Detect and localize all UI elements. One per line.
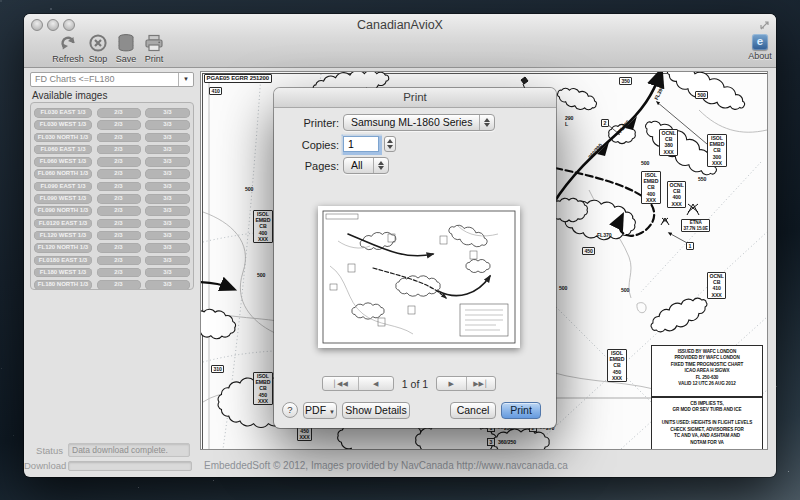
chart-image-row: FL030 NORTH 1/3 2/3 3/3 bbox=[34, 133, 190, 143]
show-details-button[interactable]: Show Details bbox=[342, 402, 410, 419]
chart-image-button[interactable]: 3/3 bbox=[145, 120, 190, 130]
star bbox=[788, 471, 789, 472]
chart-annotation: ISOL EMBD CB 300 XXX bbox=[707, 134, 727, 167]
chart-image-button[interactable]: 2/3 bbox=[97, 145, 141, 155]
star bbox=[50, 8, 52, 10]
chart-image-button[interactable]: FL090 NORTH 1/3 bbox=[34, 206, 92, 216]
copies-input[interactable]: 1 bbox=[343, 136, 379, 152]
chart-annotation: FL370 bbox=[597, 232, 612, 238]
about-button[interactable]: e About bbox=[738, 33, 782, 61]
chevron-down-icon[interactable]: ▼ bbox=[178, 73, 193, 86]
chart-annotation: 500 bbox=[257, 272, 265, 278]
chart-image-button[interactable]: 3/3 bbox=[145, 194, 190, 204]
chart-image-button[interactable]: FL090 WEST 1/3 bbox=[34, 194, 92, 204]
chart-image-button[interactable]: 3/3 bbox=[145, 133, 190, 143]
pdf-label: PDF bbox=[305, 404, 326, 416]
chart-image-button[interactable]: 2/3 bbox=[97, 256, 141, 266]
chart-image-button[interactable]: 2/3 bbox=[97, 157, 141, 167]
window-title: CanadianAvioX bbox=[24, 18, 776, 32]
chart-image-button[interactable]: 3/3 bbox=[145, 108, 190, 118]
chart-image-button[interactable]: 2/3 bbox=[97, 169, 141, 179]
chart-image-button[interactable]: 2/3 bbox=[97, 206, 141, 216]
chart-image-button[interactable]: 2/3 bbox=[97, 243, 141, 253]
chart-image-button[interactable]: 3/3 bbox=[145, 280, 190, 290]
copies-stepper[interactable] bbox=[384, 136, 396, 152]
chart-image-button[interactable]: 2/3 bbox=[97, 108, 141, 118]
chart-image-row: FL180 NORTH 1/3 2/3 3/3 bbox=[34, 280, 190, 290]
chart-image-button[interactable]: 2/3 bbox=[97, 120, 141, 130]
available-images-label: Available images bbox=[32, 90, 107, 101]
about-label: About bbox=[738, 51, 782, 61]
chart-image-button[interactable]: 3/3 bbox=[145, 268, 190, 278]
chart-image-button[interactable]: FL120 WEST 1/3 bbox=[34, 231, 92, 241]
chart-image-button[interactable]: FL060 WEST 1/3 bbox=[34, 157, 92, 167]
star bbox=[0, 0, 2, 2]
chart-image-button[interactable]: 3/3 bbox=[145, 243, 190, 253]
chart-image-button[interactable]: FL060 EAST 1/3 bbox=[34, 145, 92, 155]
fullscreen-icon[interactable] bbox=[759, 20, 770, 31]
chart-image-button[interactable]: 2/3 bbox=[97, 231, 141, 241]
printer-label: Printer: bbox=[277, 117, 339, 129]
chart-image-button[interactable]: 3/3 bbox=[145, 182, 190, 192]
chart-image-button[interactable]: FL090 EAST 1/3 bbox=[34, 182, 92, 192]
chart-image-button[interactable]: FL030 WEST 1/3 bbox=[34, 120, 92, 130]
chart-annotation: 3 bbox=[487, 438, 495, 446]
print-toolbar-button[interactable]: Print bbox=[132, 33, 176, 64]
pdf-menu-button[interactable]: PDF ▼ bbox=[303, 402, 337, 419]
chart-image-button[interactable]: FL180 NORTH 1/3 bbox=[34, 280, 92, 290]
chart-image-button[interactable]: FL0120 EAST 1/3 bbox=[34, 219, 92, 229]
star bbox=[138, 487, 139, 488]
chart-annotation: OCNL CB 400 XXX bbox=[667, 181, 686, 208]
chart-annotation: 450 bbox=[582, 247, 595, 255]
chart-annotation: 290 L bbox=[565, 115, 573, 127]
chart-annotation: CB IMPLIES TS, GR MOD OR SEV TURB AND IC… bbox=[651, 397, 763, 450]
next-page-button[interactable]: ▶ bbox=[437, 377, 467, 390]
pages-select[interactable]: All bbox=[343, 157, 389, 174]
chart-image-button[interactable]: 2/3 bbox=[97, 268, 141, 278]
chart-annotation: ISOL EMBD CB 400 XXX bbox=[253, 210, 273, 243]
chart-filter-dropdown[interactable]: FD Charts <=FL180 ▼ bbox=[30, 72, 194, 87]
star bbox=[776, 386, 777, 387]
chart-image-button[interactable]: FL120 NORTH 1/3 bbox=[34, 243, 92, 253]
chart-image-button[interactable]: FL030 NORTH 1/3 bbox=[34, 133, 92, 143]
last-page-button[interactable]: ▶▶│ bbox=[467, 377, 496, 390]
chart-annotation: FL390 bbox=[653, 85, 665, 101]
chart-image-button[interactable]: FL060 NORTH 1/3 bbox=[34, 169, 92, 179]
chart-image-row: FL090 NORTH 1/3 2/3 3/3 bbox=[34, 206, 190, 216]
chart-image-button[interactable]: 3/3 bbox=[145, 219, 190, 229]
cloud-outline bbox=[396, 276, 440, 296]
chart-annotation: FL330 bbox=[617, 119, 631, 134]
footer-credit: EmbeddedSoft © 2012, Images provided by … bbox=[204, 460, 568, 471]
page-indicator: 1 of 1 bbox=[274, 378, 556, 390]
download-label: Download bbox=[24, 460, 63, 471]
chart-image-button[interactable]: 3/3 bbox=[145, 231, 190, 241]
help-button[interactable]: ? bbox=[282, 402, 298, 418]
star bbox=[13, 435, 14, 436]
print-button[interactable]: Print bbox=[501, 402, 541, 419]
chart-image-button[interactable]: FL180 WEST 1/3 bbox=[34, 268, 92, 278]
printer-select[interactable]: Samsung ML-1860 Series bbox=[343, 114, 495, 131]
chart-image-button[interactable]: FL030 EAST 1/3 bbox=[34, 108, 92, 118]
chart-image-button[interactable]: 3/3 bbox=[145, 157, 190, 167]
chart-image-row: FL0120 EAST 1/3 2/3 3/3 bbox=[34, 219, 190, 229]
printer-value: Samsung ML-1860 Series bbox=[351, 116, 472, 128]
chart-image-row: FL120 NORTH 1/3 2/3 3/3 bbox=[34, 243, 190, 253]
chart-image-button[interactable]: FL0180 EAST 1/3 bbox=[34, 256, 92, 266]
chart-image-button[interactable]: 3/3 bbox=[145, 145, 190, 155]
chart-image-button[interactable]: 3/3 bbox=[145, 256, 190, 266]
chart-image-button[interactable]: 2/3 bbox=[97, 182, 141, 192]
chart-annotation: OCNL CB 410 XXX bbox=[707, 272, 726, 299]
chart-image-button[interactable]: 2/3 bbox=[97, 280, 141, 290]
cancel-button[interactable]: Cancel bbox=[450, 402, 496, 419]
chart-image-button[interactable]: 2/3 bbox=[97, 194, 141, 204]
printer-icon bbox=[143, 33, 165, 53]
star bbox=[213, 480, 214, 481]
chart-annotation: ISOL EMBD CB 400 XXX bbox=[641, 171, 661, 204]
chart-filter-value: FD Charts <=FL180 bbox=[35, 74, 115, 84]
chart-image-button[interactable]: 3/3 bbox=[145, 206, 190, 216]
pages-label: Pages: bbox=[277, 160, 339, 172]
chart-image-button[interactable]: 3/3 bbox=[145, 169, 190, 179]
chart-image-button[interactable]: 2/3 bbox=[97, 133, 141, 143]
chart-image-button[interactable]: 2/3 bbox=[97, 219, 141, 229]
chart-annotation: 2 bbox=[601, 119, 609, 127]
